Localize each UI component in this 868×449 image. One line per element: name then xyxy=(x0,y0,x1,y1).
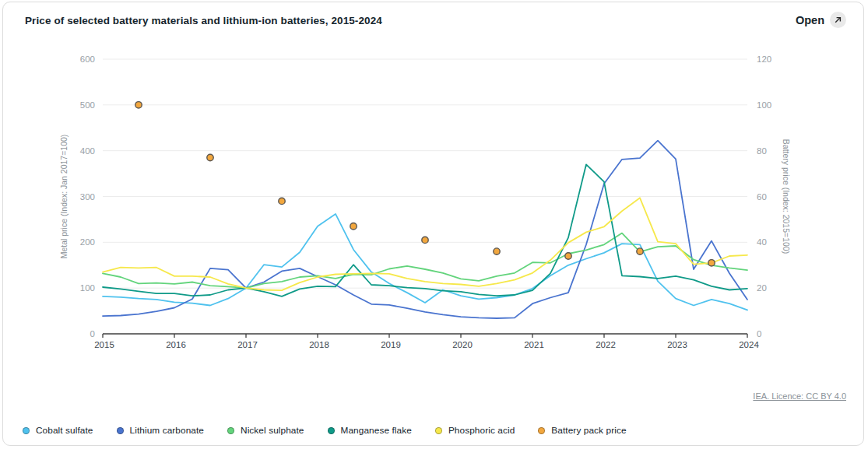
right-axis-tick-label: 0 xyxy=(757,329,761,339)
scatter-point-battery-pack-price xyxy=(207,154,213,160)
x-axis-tick-label: 2018 xyxy=(309,340,329,349)
legend-label: Manganese flake xyxy=(341,425,412,436)
x-axis-tick-label: 2021 xyxy=(524,340,544,349)
x-axis-tick-label: 2022 xyxy=(596,340,616,349)
x-axis-tick-label: 2024 xyxy=(739,340,759,349)
legend-dot xyxy=(328,427,335,434)
left-axis-tick-label: 300 xyxy=(80,192,95,202)
right-axis-title: Battery price (Index: 2015=100) xyxy=(782,139,791,254)
scatter-point-battery-pack-price xyxy=(422,237,428,243)
x-axis-tick-label: 2019 xyxy=(381,340,401,349)
right-axis-tick-label: 100 xyxy=(757,100,771,110)
left-axis-tick-label: 0 xyxy=(90,329,95,339)
legend-dot xyxy=(227,427,234,434)
scatter-point-battery-pack-price xyxy=(708,260,715,266)
left-axis-tick-label: 200 xyxy=(80,237,95,247)
right-axis-tick-label: 120 xyxy=(757,54,771,64)
chart-legend: Cobalt sulfate Lithium carbonate Nickel … xyxy=(23,425,627,436)
legend-item-cobalt-sulfate[interactable]: Cobalt sulfate xyxy=(23,425,93,436)
scatter-point-battery-pack-price xyxy=(135,102,142,108)
legend-item-battery-pack-price[interactable]: Battery pack price xyxy=(538,425,626,436)
left-axis-tick-label: 100 xyxy=(80,283,95,293)
legend-label: Cobalt sulfate xyxy=(36,425,93,436)
chart-svg: 0100200300400500600020406080100120201520… xyxy=(3,2,864,446)
legend-label: Nickel sulphate xyxy=(241,425,304,436)
chart-card: Price of selected battery materials and … xyxy=(2,2,864,446)
series-line-lithium-carbonate xyxy=(103,141,747,318)
x-axis-tick-label: 2017 xyxy=(237,340,258,349)
legend-item-phosphoric-acid[interactable]: Phosphoric acid xyxy=(435,425,515,436)
series-line-phosphoric-acid xyxy=(103,198,747,290)
scatter-point-battery-pack-price xyxy=(565,253,571,259)
chart-plot-area: 0100200300400500600020406080100120201520… xyxy=(3,2,864,446)
left-axis-tick-label: 400 xyxy=(80,146,95,156)
scatter-point-battery-pack-price xyxy=(494,248,500,254)
legend-item-lithium-carbonate[interactable]: Lithium carbonate xyxy=(117,425,204,436)
legend-item-nickel-sulphate[interactable]: Nickel sulphate xyxy=(227,425,304,436)
scatter-point-battery-pack-price xyxy=(350,223,357,230)
legend-label: Battery pack price xyxy=(551,425,626,436)
x-axis-tick-label: 2016 xyxy=(166,340,186,349)
left-axis-tick-label: 600 xyxy=(80,54,95,64)
licence-link[interactable]: IEA. Licence: CC BY 4.0 xyxy=(753,391,846,401)
x-axis-tick-label: 2020 xyxy=(452,340,473,349)
scatter-point-battery-pack-price xyxy=(279,198,285,204)
legend-item-manganese-flake[interactable]: Manganese flake xyxy=(328,425,412,436)
licence-note: IEA. Licence: CC BY 4.0 xyxy=(753,391,846,401)
right-axis-tick-label: 20 xyxy=(757,283,767,293)
legend-label: Lithium carbonate xyxy=(130,425,204,436)
legend-dot xyxy=(435,427,442,434)
legend-dot xyxy=(23,427,30,434)
right-axis-tick-label: 80 xyxy=(757,146,767,156)
left-axis-title: Metal price (Index: Jan 2017=100) xyxy=(59,135,69,259)
scatter-point-battery-pack-price xyxy=(637,248,643,254)
right-axis-tick-label: 40 xyxy=(757,237,767,247)
left-axis-tick-label: 500 xyxy=(80,100,95,110)
legend-dot xyxy=(117,427,124,434)
x-axis-tick-label: 2015 xyxy=(94,340,114,349)
right-axis-tick-label: 60 xyxy=(757,192,767,202)
legend-dot xyxy=(538,427,545,434)
x-axis-tick-label: 2023 xyxy=(667,340,687,349)
legend-label: Phosphoric acid xyxy=(448,425,515,436)
